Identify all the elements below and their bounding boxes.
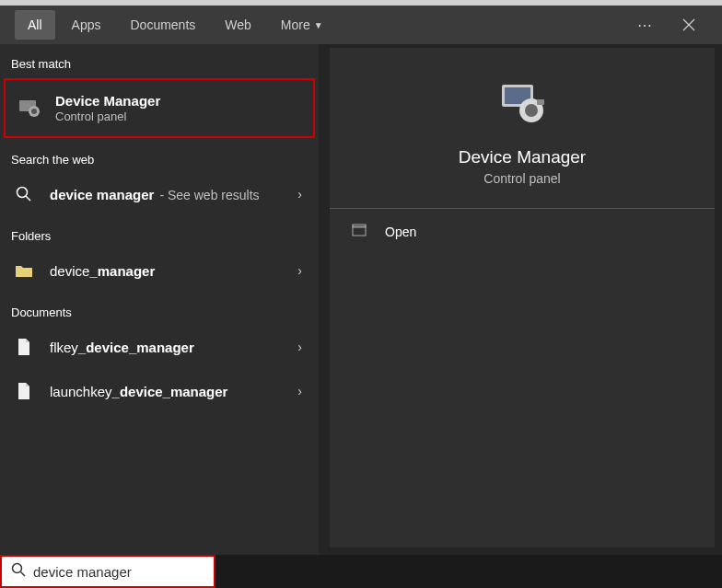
search-input[interactable] <box>33 564 208 580</box>
tab-all[interactable]: All <box>15 10 55 40</box>
chevron-right-icon: › <box>297 340 308 354</box>
search-header: All Apps Documents Web More ▼ ⋯ <box>0 6 722 44</box>
ellipsis-icon: ⋯ <box>637 17 652 34</box>
section-documents: Documents <box>0 293 319 325</box>
doc1-text: flkey_device_manager <box>50 340 297 355</box>
svg-point-4 <box>31 109 37 114</box>
tab-apps[interactable]: Apps <box>59 10 114 40</box>
best-match-result[interactable]: Device Manager Control panel <box>4 78 315 138</box>
document-result-2[interactable]: launchkey_device_manager › <box>0 369 319 413</box>
folder-result[interactable]: device_manager › <box>0 248 319 293</box>
svg-point-14 <box>13 564 22 573</box>
best-match-subtitle: Control panel <box>55 110 302 123</box>
open-label: Open <box>385 225 416 239</box>
results-panel: Best match Device Manager Control panel … <box>0 44 319 555</box>
chevron-down-icon: ▼ <box>314 20 323 30</box>
svg-line-6 <box>26 196 30 201</box>
chevron-right-icon: › <box>297 187 308 202</box>
tab-web[interactable]: Web <box>212 10 264 40</box>
section-best-match: Best match <box>0 44 319 76</box>
web-suffix: - See web results <box>159 188 259 202</box>
preview-title: Device Manager <box>459 147 586 167</box>
document-icon <box>11 378 37 404</box>
preview-header: Device Manager Control panel <box>330 48 715 209</box>
best-match-title: Device Manager <box>55 93 302 109</box>
device-manager-icon <box>17 96 42 121</box>
section-search-web: Search the web <box>0 140 319 172</box>
options-button[interactable]: ⋯ <box>630 10 659 40</box>
svg-rect-11 <box>537 99 544 105</box>
tab-documents[interactable]: Documents <box>117 10 208 40</box>
doc2-text: launchkey_device_manager <box>50 384 297 399</box>
doc1-bold: _device_manager <box>78 340 194 355</box>
chevron-right-icon: › <box>297 384 308 398</box>
chevron-right-icon: › <box>297 263 308 278</box>
svg-point-5 <box>17 188 28 198</box>
svg-line-15 <box>21 572 26 577</box>
header-actions: ⋯ <box>630 10 715 40</box>
main-content: Best match Device Manager Control panel … <box>0 44 722 555</box>
device-manager-large-icon <box>496 81 548 131</box>
close-icon <box>682 18 695 31</box>
folder-result-text: device_manager <box>50 263 297 279</box>
section-folders: Folders <box>0 216 319 248</box>
document-result-1[interactable]: flkey_device_manager › <box>0 325 319 369</box>
preview-subtitle: Control panel <box>483 171 560 186</box>
web-result[interactable]: device manager - See web results › <box>0 172 319 216</box>
search-icon <box>11 181 37 207</box>
tab-more-label: More <box>281 17 310 32</box>
web-result-text: device manager - See web results <box>50 187 297 202</box>
open-action[interactable]: Open <box>330 209 715 254</box>
doc1-prefix: flkey <box>50 340 78 355</box>
preview-panel: Device Manager Control panel Open <box>319 44 722 555</box>
search-icon <box>11 562 26 581</box>
tab-more[interactable]: More ▼ <box>268 10 336 40</box>
folder-icon <box>11 258 37 283</box>
best-match-text: Device Manager Control panel <box>55 93 302 123</box>
filter-tabs: All Apps Documents Web More ▼ <box>7 10 336 40</box>
folder-bold: _manager <box>89 263 155 279</box>
doc2-prefix: launchkey <box>50 384 112 399</box>
search-bar[interactable] <box>0 555 215 588</box>
svg-point-10 <box>525 104 538 117</box>
document-icon <box>11 334 37 360</box>
close-button[interactable] <box>674 10 704 40</box>
doc2-bold: _device_manager <box>112 384 228 399</box>
preview-card: Device Manager Control panel Open <box>330 48 715 548</box>
folder-prefix: device <box>50 263 89 279</box>
open-icon <box>352 224 368 239</box>
web-query: device manager <box>50 187 154 202</box>
